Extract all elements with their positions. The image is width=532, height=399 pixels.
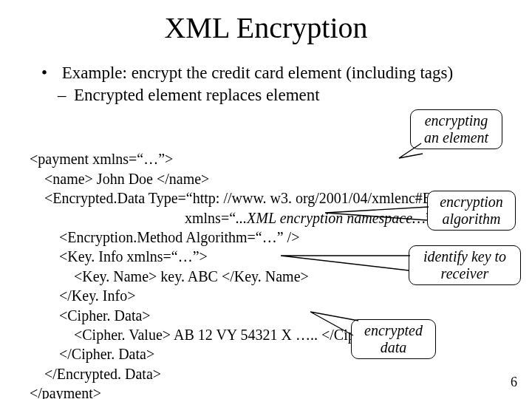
callout-encrypted-data: encrypted data xyxy=(351,319,436,359)
slide-title: XML Encryption xyxy=(0,10,532,45)
code-line: <Encryption.Method Algorithm=“…” /> xyxy=(30,229,299,245)
code-line: <Key. Name> key. ABC </Key. Name> xyxy=(30,268,309,284)
callout-encryption-algorithm: encryption algorithm xyxy=(427,191,516,231)
code-line: </Cipher. Data> xyxy=(30,346,154,362)
page-number: 6 xyxy=(511,375,517,390)
callout-identify-key: identify key to receiver xyxy=(409,245,521,285)
code-line: <payment xmlns=“…”> xyxy=(30,151,173,167)
bullet-main: Example: encrypt the credit card element… xyxy=(62,64,453,82)
bullet-list: Example: encrypt the credit card element… xyxy=(41,62,502,106)
code-line: </Encrypted. Data> xyxy=(30,366,161,382)
code-line: <name> John Doe </name> xyxy=(30,171,209,187)
bullet-sub: Encrypted element replaces element xyxy=(74,86,320,104)
code-line: </payment> xyxy=(30,385,101,399)
callout-encrypting-element: encrypting an element xyxy=(410,109,502,149)
code-line: <Key. Info xmlns=“…”> xyxy=(30,248,208,265)
code-line: <Cipher. Data> xyxy=(30,307,151,324)
code-line: <Encrypted.Data Type=“http: //www. w3. o… xyxy=(30,190,471,206)
code-line: xmlns=“...XML encryption namespace…”> xyxy=(30,210,440,226)
code-line: </Key. Info> xyxy=(30,287,135,304)
